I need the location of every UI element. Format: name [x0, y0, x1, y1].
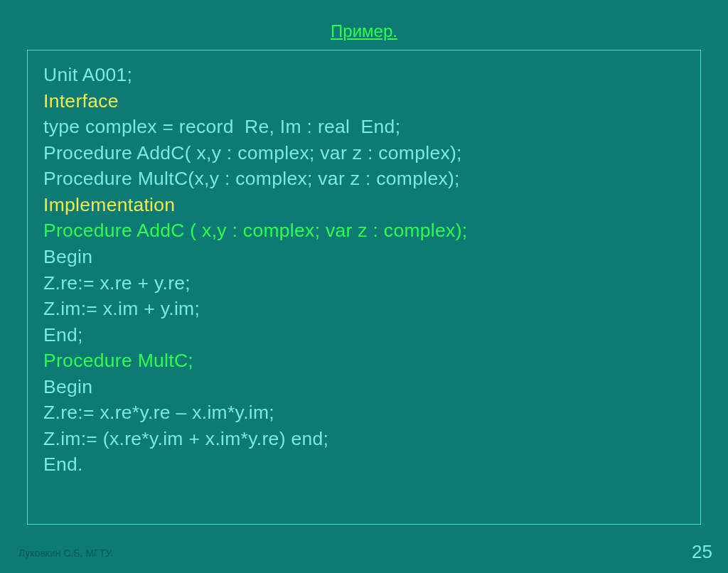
code-line: Procedure AddC( x,y : complex; var z : c…: [43, 140, 685, 166]
code-line: Z.re:= x.re + y.re;: [43, 270, 685, 296]
code-line: type complex = record Re, Im : real End;: [43, 114, 685, 140]
code-line: Z.im:= (x.re*y.im + x.im*y.re) end;: [43, 426, 685, 452]
code-line: Implementation: [43, 192, 685, 218]
code-line: Procedure MultC(x,y : complex; var z : c…: [43, 166, 685, 192]
code-line: Interface: [43, 88, 685, 114]
slide: Пример. Unit A001; Interface type comple…: [0, 0, 728, 573]
code-line: Begin: [43, 244, 685, 270]
code-line: Begin: [43, 374, 685, 400]
page-number: 25: [692, 541, 712, 563]
code-line: Unit A001;: [43, 62, 685, 88]
code-line: Z.im:= x.im + y.im;: [43, 296, 685, 322]
code-line: Procedure MultC;: [43, 348, 685, 374]
code-box: Unit A001; Interface type complex = reco…: [27, 50, 701, 525]
code-line: End;: [43, 322, 685, 348]
code-line: Procedure AddC ( x,y : complex; var z : …: [43, 218, 685, 244]
code-line: Z.re:= x.re*y.re – x.im*y.im;: [43, 400, 685, 426]
code-line: End.: [43, 451, 685, 478]
footer-author: Луковкин С.Б. МГТУ.: [18, 547, 113, 559]
slide-title: Пример.: [0, 21, 728, 41]
